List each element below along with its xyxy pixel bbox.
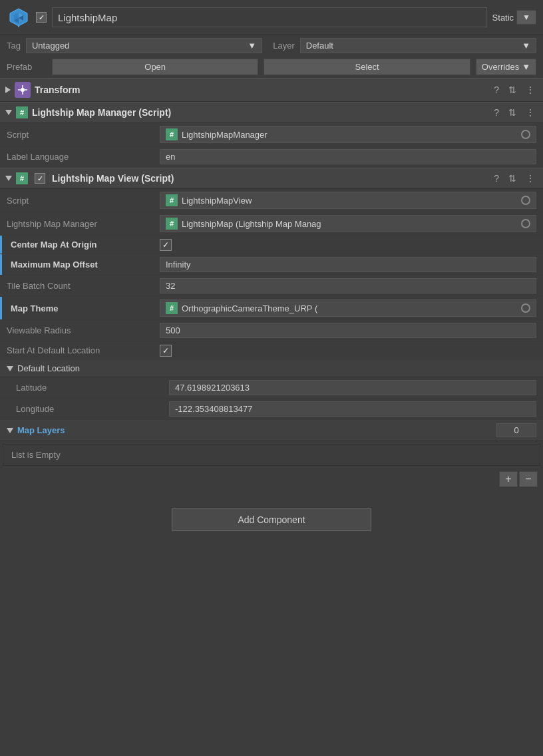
map-theme-modified-indicator — [0, 297, 2, 319]
map-manager-header[interactable]: # Lightship Map Manager (Script) ? ⇅ ⋮ — [0, 102, 543, 123]
static-label: Static — [492, 13, 514, 23]
map-layers-header[interactable]: Map Layers 0 — [0, 420, 543, 441]
center-map-row: Center Map At Origin ✓ — [0, 236, 543, 254]
latitude-input[interactable] — [175, 383, 530, 393]
layer-chevron-icon: ▼ — [522, 41, 530, 51]
prefab-overrides-chevron-icon: ▼ — [522, 62, 530, 72]
longitude-label: Longitude — [16, 404, 169, 414]
start-default-label: Start At Default Location — [7, 345, 160, 355]
map-view-title: Lightship Map View (Script) — [52, 173, 487, 184]
default-location-header[interactable]: Default Location — [0, 360, 543, 377]
manager-ref-name: LightshipMap (Lightship Map Manag — [182, 219, 321, 229]
longitude-value[interactable] — [169, 401, 536, 417]
transform-menu-button[interactable]: ⋮ — [523, 83, 538, 96]
map-manager-help-button[interactable]: ? — [491, 106, 502, 119]
center-map-modified-indicator — [0, 236, 2, 254]
latitude-row: Latitude — [0, 377, 543, 399]
start-default-checkbox[interactable]: ✓ — [160, 345, 172, 357]
add-layer-button[interactable]: + — [499, 471, 518, 487]
object-enabled-checkbox[interactable]: ✓ — [36, 12, 47, 23]
map-theme-value[interactable]: # OrthographicCameraTheme_URP ( — [160, 299, 536, 317]
tag-chevron-icon: ▼ — [248, 41, 256, 51]
remove-layer-button[interactable]: − — [519, 471, 538, 487]
map-manager-menu-button[interactable]: ⋮ — [523, 106, 538, 119]
add-component-container: Add Component — [0, 490, 543, 550]
view-script-label: Script — [7, 196, 160, 206]
add-component-button[interactable]: Add Component — [172, 508, 371, 531]
max-offset-modified-indicator — [0, 254, 2, 275]
tag-label: Tag — [7, 41, 21, 51]
layer-dropdown[interactable]: Default ▼ — [300, 38, 536, 53]
static-dropdown[interactable]: ▼ — [516, 10, 536, 25]
latitude-value[interactable] — [169, 380, 536, 395]
transform-help-button[interactable]: ? — [491, 83, 502, 96]
max-offset-row: Maximum Map Offset Infinity — [0, 254, 543, 276]
manager-ref-target-icon[interactable] — [521, 219, 530, 228]
map-layers-collapse-icon — [7, 428, 13, 433]
max-offset-label: Maximum Map Offset — [7, 260, 160, 270]
unity-icon — [7, 5, 31, 29]
map-theme-target-icon[interactable] — [521, 303, 530, 313]
label-language-label: Label Language — [7, 152, 160, 162]
manager-script-value[interactable]: # LightshipMapManager — [160, 126, 536, 143]
prefab-row: Prefab Open Select Overrides ▼ — [0, 56, 543, 78]
tile-batch-input[interactable] — [166, 281, 530, 291]
map-view-enabled-checkbox[interactable]: ✓ — [35, 173, 45, 184]
map-theme-name: OrthographicCameraTheme_URP ( — [182, 303, 317, 313]
start-default-row: Start At Default Location ✓ — [0, 341, 543, 360]
layer-label: Layer — [273, 41, 295, 51]
svg-point-9 — [21, 88, 25, 92]
viewable-radius-value[interactable] — [160, 323, 536, 338]
prefab-select-button[interactable]: Select — [264, 59, 470, 75]
map-manager-section: # Lightship Map Manager (Script) ? ⇅ ⋮ S… — [0, 102, 543, 168]
map-layers-count: 0 — [496, 423, 536, 437]
center-map-label: Center Map At Origin — [7, 240, 160, 250]
center-map-checkbox[interactable]: ✓ — [160, 239, 172, 251]
label-language-value[interactable] — [160, 149, 536, 164]
transform-settings-button[interactable]: ⇅ — [506, 83, 519, 96]
map-theme-hash-icon: # — [166, 302, 178, 314]
tag-value: Untagged — [32, 41, 69, 51]
map-view-script-icon: # — [16, 172, 28, 184]
layer-value: Default — [306, 41, 333, 51]
view-script-target-icon[interactable] — [521, 196, 530, 205]
max-offset-value[interactable]: Infinity — [160, 257, 536, 272]
map-view-menu-button[interactable]: ⋮ — [523, 172, 538, 185]
manager-ref-row: Lightship Map Manager # LightshipMap (Li… — [0, 212, 543, 236]
tag-layer-row: Tag Untagged ▼ Layer Default ▼ — [0, 35, 543, 56]
prefab-overrides-dropdown[interactable]: Overrides ▼ — [476, 59, 536, 75]
tile-batch-row: Tile Batch Count — [0, 276, 543, 297]
map-manager-settings-button[interactable]: ⇅ — [506, 106, 519, 119]
prefab-open-button[interactable]: Open — [52, 59, 258, 75]
view-script-value[interactable]: # LightshipMapView — [160, 192, 536, 209]
longitude-input[interactable] — [175, 404, 530, 414]
viewable-radius-input[interactable] — [166, 325, 530, 335]
tile-batch-value[interactable] — [160, 278, 536, 293]
list-empty-message: List is Empty — [3, 444, 540, 466]
manager-script-hash-icon: # — [166, 128, 178, 140]
map-theme-row: Map Theme # OrthographicCameraTheme_URP … — [0, 297, 543, 320]
map-manager-title: Lightship Map Manager (Script) — [32, 107, 487, 118]
manager-script-target-icon[interactable] — [521, 130, 530, 139]
map-view-header[interactable]: # ✓ Lightship Map View (Script) ? ⇅ ⋮ — [0, 168, 543, 189]
map-view-settings-button[interactable]: ⇅ — [506, 172, 519, 185]
manager-script-name: LightshipMapManager — [182, 130, 268, 140]
manager-ref-value[interactable]: # LightshipMap (Lightship Map Manag — [160, 215, 536, 232]
map-layers-title: Map Layers — [17, 425, 65, 435]
object-name-input[interactable] — [52, 7, 487, 27]
manager-script-row: Script # LightshipMapManager — [0, 123, 543, 146]
tag-dropdown[interactable]: Untagged ▼ — [26, 38, 262, 53]
transform-collapse-icon — [5, 87, 11, 93]
map-view-section: # ✓ Lightship Map View (Script) ? ⇅ ⋮ Sc… — [0, 168, 543, 490]
transform-title: Transform — [35, 85, 487, 95]
prefab-overrides-label: Overrides — [482, 62, 519, 72]
label-language-input[interactable] — [166, 152, 530, 162]
static-row: Static ▼ — [492, 10, 536, 25]
prefab-label: Prefab — [7, 62, 47, 72]
map-theme-label: Map Theme — [7, 303, 160, 313]
transform-section-header[interactable]: Transform ? ⇅ ⋮ — [0, 78, 543, 102]
map-view-help-button[interactable]: ? — [491, 172, 502, 185]
map-manager-script-icon: # — [16, 106, 28, 118]
view-script-row: Script # LightshipMapView — [0, 189, 543, 212]
map-view-section-icons: ? ⇅ ⋮ — [491, 172, 538, 185]
